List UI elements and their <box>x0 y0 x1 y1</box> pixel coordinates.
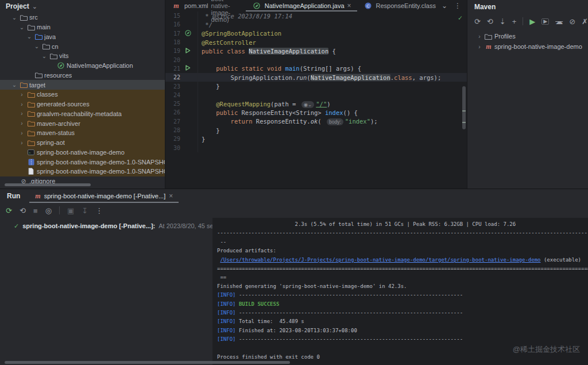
editor-tab[interactable]: CResponseEntity.class <box>357 0 442 11</box>
maven-item-label: spring-boot-native-image-demo <box>494 43 582 50</box>
close-tab-icon[interactable]: × <box>169 193 173 199</box>
code-line[interactable]: 24 <box>165 91 467 99</box>
chevron-down-icon[interactable]: ⌄ <box>40 53 48 59</box>
maven-item[interactable]: ›Profiles <box>467 31 588 41</box>
console-line: [INFO] ---------------------------------… <box>217 309 588 317</box>
code-line[interactable]: 23 } <box>165 82 467 90</box>
chevron-down-icon[interactable]: ⌄ <box>33 43 41 49</box>
generate-sources-icon[interactable]: ⟲ <box>487 18 493 25</box>
project-item[interactable]: ⌄main <box>0 22 165 32</box>
code-line[interactable]: 29} <box>165 135 467 143</box>
code-line[interactable]: 15 * @since 2023/8/19 17:14 <box>165 11 467 20</box>
run-toolbar: ⟳⟲■◎▣↧⋮ <box>0 203 588 218</box>
chevron-right-icon[interactable]: › <box>18 140 26 146</box>
editor-tab[interactable]: mpom.xml(spring-boot-native-image-demo) <box>165 0 246 11</box>
edit-configuration-icon[interactable]: ⟲ <box>20 207 26 214</box>
maven-item[interactable]: ›mspring-boot-native-image-demo <box>467 41 588 52</box>
tabs-dropdown-icon[interactable]: ⌄ <box>442 2 447 10</box>
chevron-down-icon[interactable]: ⌄ <box>10 14 18 21</box>
console-horizontal-scrollbar[interactable] <box>5 361 290 364</box>
project-item[interactable]: resources <box>0 71 165 80</box>
run-gutter-icon[interactable] <box>185 48 191 55</box>
execute-maven-goal-icon[interactable]: ▶ <box>541 18 549 25</box>
reload-all-maven-projects-icon[interactable]: ⟳ <box>474 18 481 25</box>
console-output[interactable]: 2.3s (5.5% of total time) in 51 GCs | Pe… <box>212 218 588 365</box>
line-number: 27 <box>165 118 180 125</box>
project-item[interactable]: spring-boot-native-image-demo-1.0-SNAPSH… <box>0 157 165 167</box>
chevron-down-icon[interactable]: ⌄ <box>18 24 26 30</box>
code-editor[interactable]: 15 * @since 2023/8/19 17:1416 */17@Sprin… <box>165 11 467 189</box>
code-line[interactable]: 25 @RequestMapping(path = ◉⌄"/") <box>165 99 467 108</box>
svg-text:>_: >_ <box>29 150 33 155</box>
project-item[interactable]: ⌄target <box>0 80 165 90</box>
stop-icon[interactable]: ■ <box>33 207 38 214</box>
project-item[interactable]: ⌄cn <box>0 41 165 51</box>
run-configuration-item[interactable]: ✓ spring-boot-native-image-demo [-Pnativ… <box>0 222 212 230</box>
project-item[interactable]: ›maven-archiver <box>0 118 165 128</box>
project-item[interactable]: ⌄vits <box>0 51 165 61</box>
tabs-more-icon[interactable]: ⋮ <box>454 2 461 10</box>
skip-tests-icon[interactable]: ⊘ <box>569 18 575 25</box>
artifact-link[interactable]: /Users/throwable/Projects/J-Projects/spr… <box>220 257 540 263</box>
rerun-icon[interactable]: ⟳ <box>6 207 12 214</box>
chevron-right-icon[interactable]: › <box>475 44 483 50</box>
close-tab-icon[interactable]: × <box>347 2 351 9</box>
code-line[interactable]: 27 return ResponseEntity.ok( body:"index… <box>165 117 467 126</box>
chevron-down-icon[interactable]: ⌄ <box>25 33 33 40</box>
watermark: @稀土掘金技术社区 <box>513 344 580 355</box>
code-line[interactable]: 22 SpringApplication.run(NativeImageAppl… <box>165 73 467 82</box>
project-item[interactable]: ›graalvm-reachability-metadata <box>0 109 165 119</box>
show-options-icon[interactable]: ◎ <box>45 207 52 214</box>
chevron-right-icon[interactable]: › <box>18 120 26 126</box>
chevron-right-icon[interactable]: › <box>18 101 26 107</box>
line-number: 24 <box>165 92 180 98</box>
download-sources-icon[interactable]: ⇣ <box>500 18 506 25</box>
run-tab[interactable]: m spring-boot-native-image-demo [-Pnativ… <box>29 189 179 203</box>
line-number: 29 <box>165 136 180 142</box>
collapse-all-icon[interactable]: ✗ <box>582 18 588 25</box>
project-item[interactable]: ⌄src <box>0 13 165 22</box>
run-gutter-icon[interactable] <box>185 65 191 72</box>
project-item[interactable]: ›generated-sources <box>0 99 165 109</box>
chevron-down-icon[interactable]: ⌄ <box>32 3 37 10</box>
inspections-ok-icon[interactable]: ✓ <box>458 14 462 22</box>
code-line[interactable]: 26 public ResponseEntity<String> index()… <box>165 108 467 117</box>
code-line[interactable]: 28 } <box>165 126 467 135</box>
chevron-right-icon[interactable]: › <box>18 91 26 98</box>
toggle-offline-mode-icon[interactable]: ☁ <box>555 18 563 25</box>
editor-vertical-scrollbar[interactable] <box>462 86 466 129</box>
project-item[interactable]: ›maven-status <box>0 128 165 138</box>
code-line[interactable]: 17@SpringBootApplication <box>165 29 467 38</box>
folder-icon <box>18 14 29 21</box>
project-item[interactable]: ⌄java <box>0 32 165 42</box>
scroll-to-end-icon[interactable]: ↧ <box>82 207 88 214</box>
project-item[interactable]: ›spring-aot <box>0 138 165 148</box>
run-title[interactable]: Run <box>0 189 29 203</box>
run-maven-build-icon[interactable]: ▶ <box>529 18 535 25</box>
code-line[interactable]: 16 */ <box>165 20 467 29</box>
console-line: [INFO] Finished at: 2023-08-20T13:03:37+… <box>217 326 588 335</box>
line-number: 16 <box>165 21 180 28</box>
chevron-right-icon[interactable]: › <box>18 130 26 136</box>
project-horizontal-scrollbar[interactable] <box>5 183 91 186</box>
chevron-right-icon[interactable]: › <box>475 33 483 40</box>
project-item[interactable]: NativeImageApplication <box>0 61 165 71</box>
line-number: 23 <box>165 83 180 90</box>
more-options-icon[interactable]: ⋮ <box>95 207 103 214</box>
project-title[interactable]: Project <box>6 2 29 10</box>
project-item[interactable]: spring-boot-native-image-demo-1.0-SNAPSH… <box>0 167 165 176</box>
project-item[interactable]: >_spring-boot-native-image-demo <box>0 148 165 157</box>
code-line[interactable]: 19public class NativeImageApplication { <box>165 47 467 55</box>
spring-annotation-icon[interactable] <box>185 30 191 37</box>
code-line[interactable]: 18@RestController <box>165 38 467 47</box>
project-item[interactable]: ›classes <box>0 90 165 99</box>
chevron-right-icon[interactable]: › <box>18 110 26 117</box>
code-line[interactable]: 21 public static void main(String[] args… <box>165 64 467 73</box>
project-tree: ⌄src⌄main⌄java⌄cn⌄vitsNativeImageApplica… <box>0 13 165 186</box>
code-line[interactable]: 20 <box>165 55 467 64</box>
add-maven-project-icon[interactable]: + <box>512 18 517 25</box>
code-line[interactable]: 30 <box>165 143 467 152</box>
clear-all-icon[interactable]: ▣ <box>67 207 74 214</box>
editor-tab[interactable]: NativeImageApplication.java× <box>246 0 357 11</box>
chevron-down-icon[interactable]: ⌄ <box>10 82 18 88</box>
